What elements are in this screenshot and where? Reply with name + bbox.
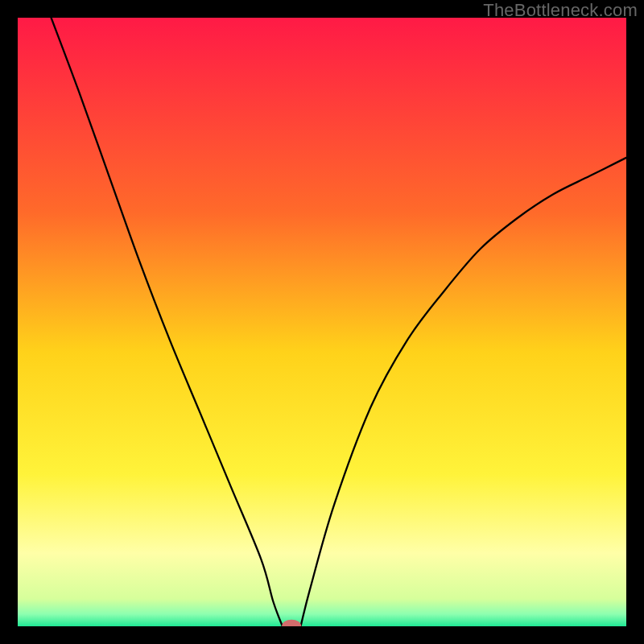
chart-stage: TheBottleneck.com xyxy=(0,0,644,644)
gradient-background xyxy=(18,18,626,626)
chart-svg xyxy=(18,18,626,626)
plot-area xyxy=(18,18,626,626)
